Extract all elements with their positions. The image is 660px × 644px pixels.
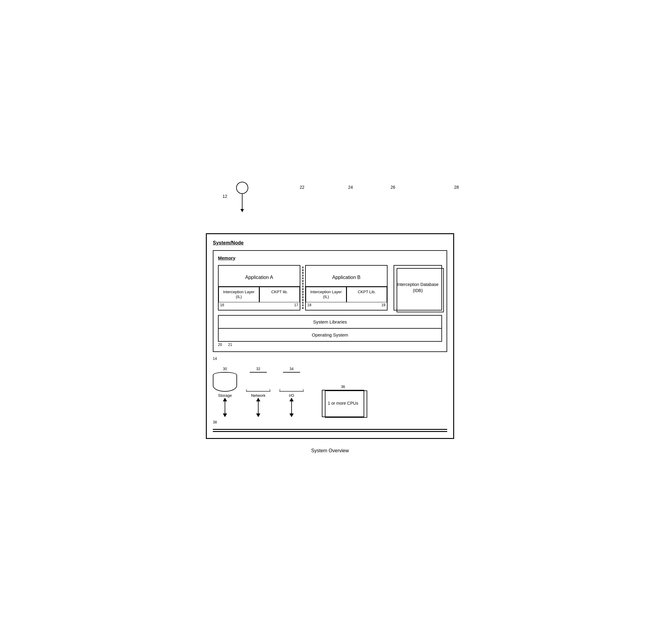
idb-box: Interception Database (IDB) — [394, 265, 442, 310]
arrow-line-network — [258, 401, 259, 413]
operating-system-row: Operating System — [218, 329, 442, 341]
ref-16: 16 — [220, 303, 224, 307]
io-label: I/O — [289, 393, 294, 398]
hardware-row: 30 Storage 32 Network — [213, 364, 447, 420]
arrow-down-network — [256, 413, 260, 417]
app-a-name: Application A — [218, 266, 300, 286]
ref-36: 36 — [341, 385, 345, 389]
dashed-divider — [300, 265, 305, 310]
arrow-up-io — [289, 398, 294, 401]
ref-22: 22 — [300, 185, 305, 190]
storage-arrow — [223, 398, 227, 417]
idb-label: Interception Database (IDB) — [394, 282, 442, 294]
arrow-down-io — [289, 413, 294, 417]
ref-18: 18 — [307, 303, 311, 307]
arrow-up-storage — [223, 398, 227, 401]
ref-30: 30 — [223, 367, 227, 371]
ref-20: 20 — [218, 343, 222, 347]
app-b-name: Application B — [306, 266, 387, 286]
caption: System Overview — [206, 448, 454, 454]
ref-34: 34 — [289, 367, 293, 371]
actor — [236, 182, 248, 212]
app-a-interception: Interception Layer (IL) — [218, 287, 259, 303]
ref-12: 12 — [222, 194, 227, 199]
io-item: 34 I/O — [279, 367, 304, 417]
ref-26: 26 — [391, 185, 395, 190]
io-shape — [279, 372, 304, 392]
memory-refs: 20 21 — [218, 343, 442, 347]
io-arrow — [289, 398, 294, 417]
ref-19: 19 — [381, 303, 385, 307]
app-b-refs: 18 19 — [306, 302, 387, 308]
app-b-ckpt: CKPT Lib. — [347, 287, 387, 303]
cpu-box: 1 or more CPUs — [322, 390, 364, 417]
cpu-item: 36 1 or more CPUs — [322, 385, 364, 417]
app-a-box: Application A Interception Layer (IL) CK… — [218, 265, 300, 310]
ref-38-label: 38 — [213, 420, 447, 424]
memory-label: Memory — [218, 255, 442, 260]
app-b-box: Application B Interception Layer (IL) CK… — [305, 265, 387, 310]
apps-and-idb-row: Application A Interception Layer (IL) CK… — [218, 265, 442, 310]
ref-17: 17 — [294, 303, 298, 307]
ref-32: 32 — [256, 367, 260, 371]
system-node-box: System/Node Memory Application A Interce… — [206, 233, 454, 439]
storage-cylinder — [213, 372, 237, 392]
arrow-line-io — [291, 401, 292, 413]
actor-circle — [236, 182, 248, 194]
ref-28: 28 — [454, 185, 459, 190]
system-node-label: System/Node — [213, 240, 447, 246]
ref-24: 24 — [348, 185, 353, 190]
network-shape — [246, 372, 270, 392]
app-a-bottom: Interception Layer (IL) CKPT lib. — [218, 286, 300, 303]
app-a-ckpt: CKPT lib. — [259, 287, 300, 303]
system-libraries-row: System Libraries — [218, 316, 442, 329]
diagram-container: 10 12 22 24 26 28 System/Node Memory App… — [194, 167, 466, 478]
arrow-up-network — [256, 398, 260, 401]
network-label: Network — [251, 393, 265, 398]
cylinder-body — [213, 375, 237, 392]
ref-21: 21 — [228, 343, 232, 347]
arrow-down-storage — [223, 413, 227, 417]
app-a-refs: 16 17 — [218, 302, 300, 308]
storage-item: 30 Storage — [213, 367, 237, 417]
storage-label: Storage — [218, 393, 232, 398]
app-b-interception: Interception Layer (IL) — [306, 287, 347, 303]
memory-box: Memory Application A Interception Layer … — [213, 250, 447, 352]
app-b-bottom: Interception Layer (IL) CKPT Lib. — [306, 286, 387, 303]
arrow-line-storage — [225, 401, 225, 413]
cpu-label: 1 or more CPUs — [328, 400, 358, 407]
bus-lines — [213, 429, 447, 432]
network-item: 32 Network — [246, 367, 270, 417]
system-libs-box: System Libraries Operating System — [218, 315, 442, 342]
actor-arrow — [242, 194, 242, 212]
network-arrow — [256, 398, 260, 417]
ref-14-label: 14 — [213, 356, 447, 361]
